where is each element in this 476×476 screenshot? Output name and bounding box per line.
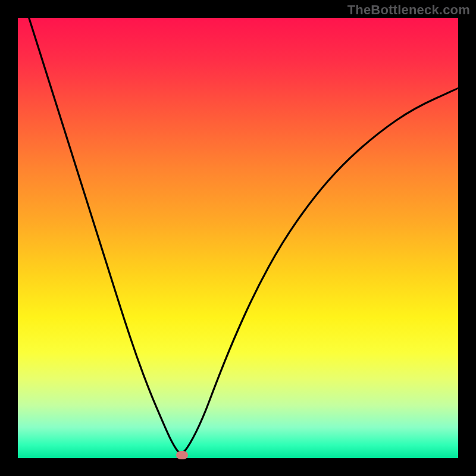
chart-frame: TheBottleneck.com <box>0 0 476 476</box>
optimum-marker <box>176 451 188 459</box>
bottleneck-curve <box>18 18 458 453</box>
watermark-text: TheBottleneck.com <box>347 2 470 18</box>
plot-area <box>18 18 458 458</box>
curve-svg <box>18 18 458 458</box>
